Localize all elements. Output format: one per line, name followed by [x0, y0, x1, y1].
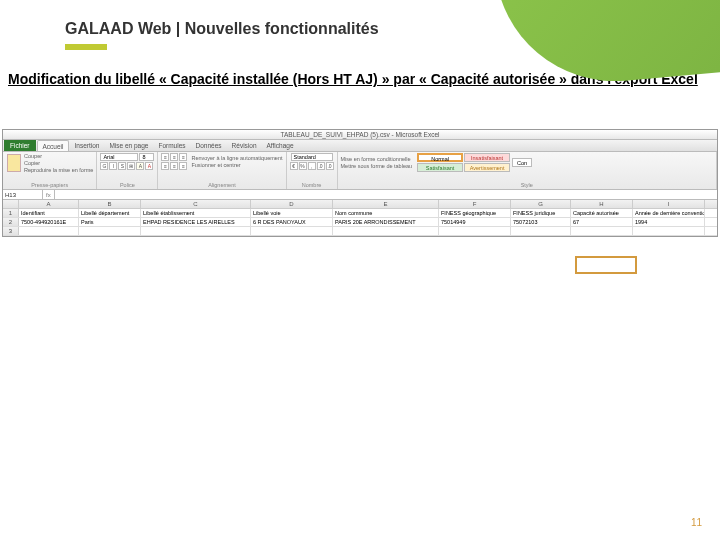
bold-icon[interactable]: G [100, 162, 108, 170]
ribbon-group-alignment: ≡ ≡ ≡ ≡ ≡ ≡ Renvoyer à la ligne automati… [158, 152, 286, 189]
wrap-text-button[interactable]: Renvoyer à la ligne automatiquement [191, 155, 282, 161]
row-hdr-1[interactable]: 1 [3, 209, 19, 217]
italic-icon[interactable]: I [109, 162, 117, 170]
col-hdr-h[interactable]: H [571, 200, 633, 208]
ribbon-label-style: Style [341, 182, 713, 189]
tab-affichage[interactable]: Affichage [262, 140, 299, 151]
col-hdr-b[interactable]: B [79, 200, 141, 208]
cell-libelle-etab[interactable]: EHPAD RESIDENCE LES AIRELLES [141, 218, 251, 226]
excel-window-title: TABLEAU_DE_SUIVI_EHPAD (5).csv - Microso… [280, 131, 439, 138]
format-as-table-button[interactable]: Mettre sous forme de tableau [341, 163, 413, 169]
currency-icon[interactable]: € [290, 162, 298, 170]
fill-color-icon[interactable]: A [136, 162, 144, 170]
empty-cell[interactable] [439, 227, 511, 235]
fx-icon[interactable]: fx [43, 190, 55, 199]
font-size-select[interactable]: 8 [139, 153, 154, 161]
align-center-icon[interactable]: ≡ [170, 162, 178, 170]
excel-ribbon: Couper Copier Reproduire la mise en form… [3, 152, 717, 190]
col-hdr-f[interactable]: F [439, 200, 511, 208]
inc-decimal-icon[interactable]: .0 [317, 162, 325, 170]
dec-decimal-icon[interactable]: .0 [326, 162, 334, 170]
format-painter-button[interactable]: Reproduire la mise en forme [24, 167, 93, 173]
cell-annee-convention[interactable]: 1994 [633, 218, 705, 226]
hdr-libelle-etab[interactable]: Libellé établissement [141, 209, 251, 217]
row-hdr-3[interactable]: 3 [3, 227, 19, 235]
empty-cell[interactable] [251, 227, 333, 235]
align-left-icon[interactable]: ≡ [161, 162, 169, 170]
cell-libelle-voie[interactable]: 6 R DES PANOYAUX [251, 218, 333, 226]
cell-finess-geo[interactable]: 75014949 [439, 218, 511, 226]
column-headers: A B C D E F G H I [3, 200, 717, 209]
ribbon-label-alignment: Alignement [161, 182, 282, 189]
border-icon[interactable]: ⊞ [127, 162, 135, 170]
style-insatisfaisant[interactable]: Insatisfaisant [464, 153, 510, 162]
col-hdr-g[interactable]: G [511, 200, 571, 208]
font-color-icon[interactable]: A [145, 162, 153, 170]
font-name-select[interactable]: Arial [100, 153, 138, 161]
empty-cell[interactable] [19, 227, 79, 235]
align-bot-icon[interactable]: ≡ [179, 153, 187, 161]
file-tab[interactable]: Fichier [4, 140, 36, 151]
col-hdr-a[interactable]: A [19, 200, 79, 208]
cut-button[interactable]: Couper [24, 153, 93, 159]
cell-capacite-autorisee[interactable]: 67 [571, 218, 633, 226]
hdr-annee-convention[interactable]: Année de dernière convention [633, 209, 705, 217]
align-top-icon[interactable]: ≡ [161, 153, 169, 161]
cell-finess-jur[interactable]: 75072103 [511, 218, 571, 226]
sheet-area: A B C D E F G H I 1 Identifiant Libellé … [3, 200, 717, 236]
cell-nom-commune[interactable]: PARIS 20E ARRONDISSEMENT [333, 218, 439, 226]
table-row-empty: 3 [3, 227, 717, 236]
percent-icon[interactable]: % [299, 162, 307, 170]
hdr-finess-jur[interactable]: FINESS juridique [511, 209, 571, 217]
style-con[interactable]: Con [512, 158, 532, 167]
empty-cell[interactable] [511, 227, 571, 235]
ribbon-group-style: Mise en forme conditionnelle Mettre sous… [338, 152, 717, 189]
align-right-icon[interactable]: ≡ [179, 162, 187, 170]
paste-icon[interactable] [7, 154, 21, 172]
hdr-nom-commune[interactable]: Nom commune [333, 209, 439, 217]
hdr-identifiant[interactable]: Identifiant [19, 209, 79, 217]
cell-identifiant[interactable]: 7500-494920161E [19, 218, 79, 226]
title-separator: | [171, 20, 184, 37]
hdr-capacite-autorisee[interactable]: Capacité autorisée [571, 209, 633, 217]
empty-cell[interactable] [79, 227, 141, 235]
excel-screenshot: TABLEAU_DE_SUIVI_EHPAD (5).csv - Microso… [2, 129, 718, 237]
hdr-libelle-dept[interactable]: Libellé département [79, 209, 141, 217]
copy-button[interactable]: Copier [24, 160, 93, 166]
underline-icon[interactable]: S [118, 162, 126, 170]
col-hdr-e[interactable]: E [333, 200, 439, 208]
page-number: 11 [691, 517, 702, 528]
conditional-format-button[interactable]: Mise en forme conditionnelle [341, 156, 413, 162]
cell-libelle-dept[interactable]: Paris [79, 218, 141, 226]
style-avertissement[interactable]: Avertissement [464, 163, 510, 172]
col-hdr-d[interactable]: D [251, 200, 333, 208]
tab-revision[interactable]: Révision [227, 140, 262, 151]
empty-cell[interactable] [141, 227, 251, 235]
tab-donnees[interactable]: Données [191, 140, 227, 151]
col-hdr-corner[interactable] [3, 200, 19, 208]
tab-mise-en-page[interactable]: Mise en page [104, 140, 153, 151]
col-hdr-c[interactable]: C [141, 200, 251, 208]
ribbon-group-font: Arial 8 G I S ⊞ A A Police [97, 152, 158, 189]
style-satisfaisant[interactable]: Satisfaisant [417, 163, 463, 172]
title-suffix: Nouvelles fonctionnalités [185, 20, 379, 37]
row-hdr-2[interactable]: 2 [3, 218, 19, 226]
hdr-finess-geo[interactable]: FINESS géographique [439, 209, 511, 217]
highlight-capacite-autorisee [575, 256, 637, 274]
tab-insertion[interactable]: Insertion [69, 140, 104, 151]
empty-cell[interactable] [571, 227, 633, 235]
tab-accueil[interactable]: Accueil [37, 140, 70, 151]
empty-cell[interactable] [633, 227, 705, 235]
tab-formules[interactable]: Formules [153, 140, 190, 151]
number-format-select[interactable]: Standard [291, 153, 333, 161]
col-hdr-i[interactable]: I [633, 200, 705, 208]
align-mid-icon[interactable]: ≡ [170, 153, 178, 161]
hdr-libelle-voie[interactable]: Libellé voie [251, 209, 333, 217]
comma-icon[interactable]: , [308, 162, 316, 170]
empty-cell[interactable] [333, 227, 439, 235]
name-box[interactable]: H13 [3, 190, 43, 199]
ribbon-group-number: Standard € % , .0 .0 Nombre [287, 152, 338, 189]
style-normal[interactable]: Normal [417, 153, 463, 162]
merge-center-button[interactable]: Fusionner et centrer [191, 162, 282, 168]
excel-ribbon-tabs: Fichier Accueil Insertion Mise en page F… [3, 140, 717, 152]
